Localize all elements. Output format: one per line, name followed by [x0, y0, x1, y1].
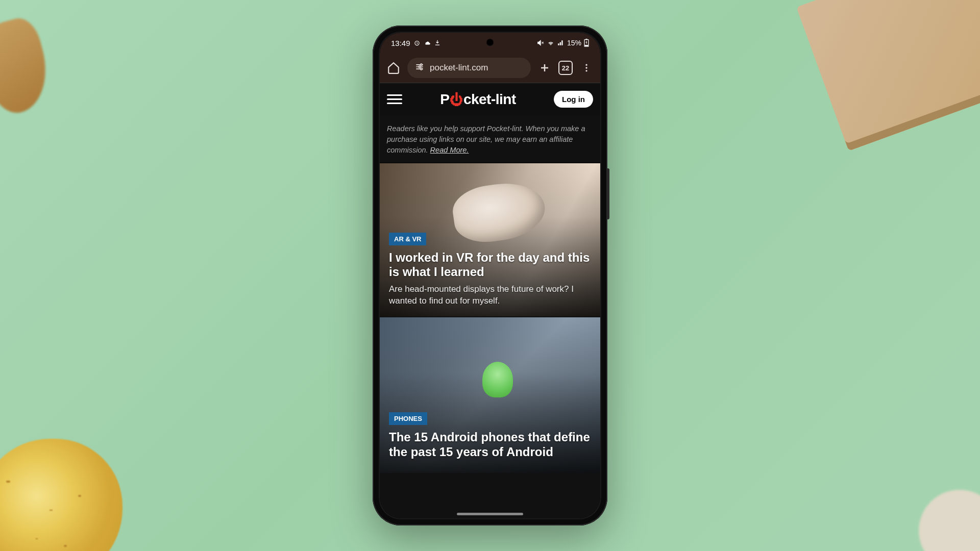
download-icon	[434, 39, 441, 46]
article-card[interactable]: PHONES The 15 Android phones that define…	[380, 317, 600, 473]
svg-point-9	[585, 70, 587, 71]
svg-point-7	[585, 64, 587, 66]
article-image	[482, 362, 513, 397]
background-decoration	[0, 14, 57, 119]
battery-percent: 15%	[567, 39, 581, 47]
new-tab-button[interactable]	[536, 59, 553, 77]
status-clock: 13:49	[391, 39, 410, 47]
logo-text: P	[440, 91, 449, 108]
background-decoration	[0, 439, 122, 551]
menu-icon[interactable]	[387, 92, 402, 107]
browser-toolbar: pocket-lint.com 22	[380, 53, 600, 83]
page-content[interactable]: P⏻cket-lint Log in Readers like you help…	[380, 83, 600, 518]
svg-rect-3	[585, 45, 588, 46]
home-button[interactable]	[385, 59, 402, 77]
alarm-icon	[413, 39, 421, 46]
logo-text: cket-lint	[463, 91, 516, 108]
phone-frame: 13:49	[373, 26, 607, 525]
affiliate-text: Readers like you help support Pocket-lin…	[387, 124, 585, 154]
background-decoration	[796, 0, 980, 151]
article-card[interactable]: AR & VR I worked in VR for the day and t…	[380, 163, 600, 316]
site-logo[interactable]: P⏻cket-lint	[440, 91, 516, 108]
phone-side-button	[607, 168, 609, 219]
background-decoration	[919, 490, 980, 551]
svg-point-4	[421, 64, 422, 65]
category-badge[interactable]: AR & VR	[389, 233, 426, 245]
login-button[interactable]: Log in	[554, 91, 593, 108]
phone-screen: 13:49	[380, 33, 600, 518]
read-more-link[interactable]: Read More.	[430, 146, 469, 154]
article-title: The 15 Android phones that define the pa…	[389, 430, 591, 460]
site-settings-icon[interactable]	[414, 62, 425, 74]
signal-icon	[557, 39, 565, 46]
article-image	[450, 178, 549, 246]
svg-point-6	[421, 68, 422, 69]
camera-hole	[486, 39, 494, 46]
home-indicator[interactable]	[457, 513, 523, 515]
tabs-button[interactable]: 22	[558, 61, 573, 75]
category-badge[interactable]: PHONES	[389, 412, 427, 425]
battery-charging-icon	[584, 39, 589, 47]
affiliate-disclosure: Readers like you help support Pocket-lin…	[380, 115, 600, 163]
overflow-menu-button[interactable]	[578, 59, 595, 77]
address-bar[interactable]: pocket-lint.com	[407, 58, 531, 78]
tab-count: 22	[562, 64, 569, 72]
cloud-icon	[424, 39, 431, 46]
svg-rect-2	[585, 39, 587, 40]
svg-point-5	[419, 66, 420, 67]
svg-point-8	[585, 67, 587, 68]
mute-icon	[537, 39, 544, 46]
site-header: P⏻cket-lint Log in	[380, 83, 600, 115]
article-subtitle: Are head-mounted displays the future of …	[389, 284, 591, 307]
article-title: I worked in VR for the day and this is w…	[389, 251, 591, 280]
power-icon: ⏻	[450, 92, 463, 108]
wifi-icon	[547, 39, 555, 46]
url-text: pocket-lint.com	[430, 63, 488, 73]
